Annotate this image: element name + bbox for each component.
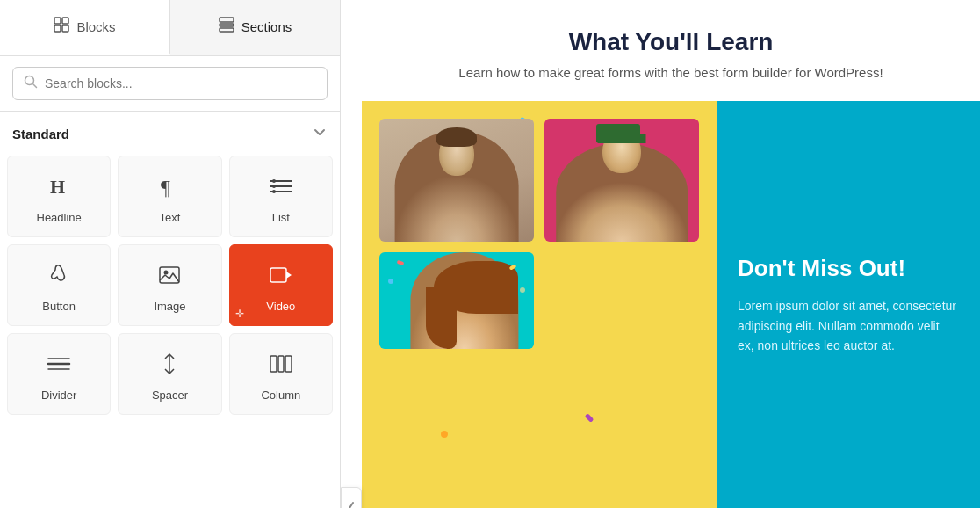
tab-blocks-label: Blocks [76, 19, 115, 34]
svg-point-14 [272, 179, 276, 183]
block-column[interactable]: Column [229, 333, 333, 415]
right-panel: What You'll Learn Learn how to make grea… [362, 0, 980, 508]
block-divider-label: Divider [41, 388, 76, 402]
block-video-label: Video [266, 300, 295, 313]
tab-sections-label: Sections [241, 19, 292, 34]
content-subheading: Learn how to make great forms with the b… [379, 65, 962, 80]
svg-point-16 [272, 190, 276, 193]
block-button[interactable]: Button [7, 244, 111, 326]
block-headline-label: Headline [37, 211, 82, 224]
svg-line-8 [33, 84, 37, 88]
tab-sections[interactable]: Sections [170, 0, 340, 55]
content-top: What You'll Learn Learn how to make grea… [362, 0, 980, 101]
block-list-label: List [272, 211, 290, 224]
search-icon [24, 75, 38, 92]
svg-rect-26 [278, 356, 284, 372]
svg-rect-0 [54, 18, 61, 24]
svg-rect-1 [62, 18, 68, 24]
block-image[interactable]: Image [118, 244, 221, 326]
list-icon [269, 174, 293, 204]
promo-body: Lorem ipsum dolor sit amet, consectetur … [738, 296, 959, 355]
chevron-left-icon [347, 501, 356, 508]
block-spacer[interactable]: Spacer [118, 333, 221, 415]
photo-3 [379, 252, 534, 349]
promo-heading: Don't Miss Out! [738, 254, 959, 283]
svg-rect-2 [54, 25, 61, 32]
tab-blocks[interactable]: Blocks [0, 0, 170, 55]
content-bottom: Don't Miss Out! Lorem ipsum dolor sit am… [362, 101, 980, 508]
svg-rect-5 [220, 24, 234, 26]
chevron-down-icon[interactable] [312, 124, 328, 143]
photo-1 [379, 119, 534, 242]
svg-text:¶: ¶ [161, 176, 170, 199]
svg-rect-17 [160, 267, 179, 283]
text-icon: ¶ [157, 174, 182, 204]
block-button-label: Button [42, 300, 76, 313]
divider-icon [47, 352, 71, 381]
block-headline[interactable]: H Headline [7, 156, 111, 237]
sections-tab-icon [219, 17, 234, 36]
svg-text:H: H [50, 176, 65, 198]
block-column-label: Column [261, 388, 300, 402]
move-cursor-icon: ✛ [235, 308, 244, 320]
block-spacer-label: Spacer [152, 388, 188, 402]
block-image-label: Image [154, 300, 185, 313]
left-panel: Blocks Sections Sta [0, 0, 341, 508]
svg-rect-25 [270, 356, 277, 372]
svg-point-18 [164, 271, 169, 275]
image-icon [157, 263, 182, 293]
block-text[interactable]: ¶ Text [118, 156, 221, 237]
search-wrapper [0, 56, 340, 112]
svg-marker-20 [286, 272, 292, 279]
blocks-tab-icon [54, 17, 69, 36]
search-input[interactable] [45, 76, 316, 91]
svg-rect-19 [270, 268, 286, 282]
blocks-grid: H Headline ¶ Text [0, 152, 340, 418]
block-list[interactable]: List [229, 156, 333, 237]
svg-rect-4 [220, 18, 234, 22]
block-video[interactable]: Video ✛ [229, 244, 333, 326]
spacer-icon [157, 352, 182, 381]
video-icon [269, 263, 293, 293]
standard-section-header: Standard [0, 112, 340, 152]
button-icon [47, 263, 71, 293]
column-icon [269, 352, 293, 381]
svg-rect-6 [220, 28, 234, 32]
headline-icon: H [47, 174, 71, 204]
tab-bar: Blocks Sections [0, 0, 340, 56]
yellow-section [362, 101, 717, 508]
teal-section: Don't Miss Out! Lorem ipsum dolor sit am… [717, 101, 980, 508]
svg-point-15 [272, 185, 276, 188]
content-heading: What You'll Learn [379, 28, 962, 56]
svg-rect-27 [285, 356, 292, 372]
search-box [12, 67, 328, 100]
svg-rect-3 [62, 25, 68, 32]
photo-2 [544, 119, 699, 242]
block-text-label: Text [160, 211, 181, 224]
standard-section-title: Standard [12, 127, 69, 142]
collapse-panel-button[interactable] [341, 487, 362, 508]
block-divider[interactable]: Divider [7, 333, 111, 415]
